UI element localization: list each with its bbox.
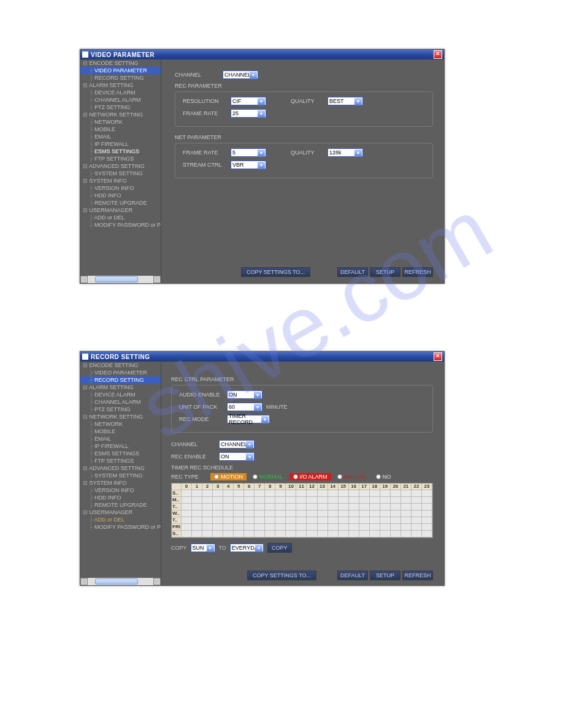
copy-settings-button[interactable]: COPY SETTINGS TO...	[247, 571, 316, 580]
tree-item[interactable]: RECORD SETTING	[80, 376, 161, 384]
schedule-cell[interactable]	[265, 497, 275, 504]
quality-select[interactable]: BEST▼	[327, 97, 363, 105]
scroll-right-icon[interactable]: ►	[153, 578, 161, 585]
tree-item[interactable]: ESMS SETTINGS	[80, 148, 161, 155]
schedule-cell[interactable]	[244, 517, 255, 524]
schedule-cell[interactable]	[380, 524, 391, 531]
schedule-cell[interactable]	[192, 510, 202, 517]
schedule-cell[interactable]	[339, 531, 349, 537]
schedule-cell[interactable]	[422, 517, 432, 524]
unit-pack-select[interactable]: 60▼	[227, 403, 262, 411]
schedule-cell[interactable]	[339, 510, 349, 517]
schedule-cell[interactable]	[401, 531, 412, 537]
schedule-cell[interactable]	[380, 510, 391, 517]
schedule-cell[interactable]	[234, 510, 244, 517]
schedule-cell[interactable]	[318, 497, 328, 504]
schedule-cell[interactable]	[328, 524, 339, 531]
tree-item[interactable]: ALARM SETTING	[80, 384, 161, 391]
tree-item[interactable]: VERSION INFO	[80, 487, 161, 494]
close-button[interactable]: ×	[434, 352, 442, 361]
schedule-cell[interactable]	[328, 510, 339, 517]
tree-item[interactable]: NETWORK SETTING	[80, 413, 161, 420]
default-button[interactable]: DEFAULT	[337, 267, 368, 277]
scroll-thumb[interactable]	[95, 578, 138, 585]
schedule-cell[interactable]	[275, 531, 286, 537]
schedule-cell[interactable]	[182, 531, 192, 537]
schedule-cell[interactable]	[265, 524, 275, 531]
schedule-cell[interactable]	[286, 524, 296, 531]
schedule-cell[interactable]	[349, 524, 359, 531]
schedule-cell[interactable]	[223, 510, 234, 517]
tree-item[interactable]: NETWORK SETTING	[80, 111, 161, 118]
schedule-cell[interactable]	[422, 510, 432, 517]
schedule-cell[interactable]	[349, 510, 359, 517]
schedule-grid[interactable]: 01234567891011121314151617181920212223S.…	[171, 483, 433, 538]
schedule-cell[interactable]	[202, 517, 213, 524]
schedule-cell[interactable]	[359, 531, 370, 537]
tree-item[interactable]: MOBILE	[80, 126, 161, 133]
tree-item[interactable]: CHANNEL ALARM	[80, 398, 161, 406]
tree-item[interactable]: SYSTEM SETTING	[80, 170, 161, 177]
tree-item[interactable]: NETWORK	[80, 420, 161, 428]
tree-item[interactable]: ADD or DEL	[80, 516, 161, 523]
schedule-cell[interactable]	[380, 504, 391, 510]
schedule-cell[interactable]	[391, 490, 401, 497]
schedule-cell[interactable]	[202, 497, 213, 504]
schedule-cell[interactable]	[255, 531, 265, 537]
schedule-cell[interactable]	[349, 504, 359, 510]
schedule-cell[interactable]	[192, 524, 202, 531]
schedule-cell[interactable]	[412, 524, 422, 531]
schedule-cell[interactable]	[234, 490, 244, 497]
schedule-cell[interactable]	[370, 517, 380, 524]
schedule-cell[interactable]	[296, 510, 307, 517]
tree-item[interactable]: NETWORK	[80, 118, 161, 126]
scroll-thumb[interactable]	[95, 276, 138, 282]
tree-item[interactable]: DEVICE ALARM	[80, 391, 161, 398]
schedule-cell[interactable]	[307, 510, 317, 517]
schedule-cell[interactable]	[380, 531, 391, 537]
schedule-cell[interactable]	[359, 504, 370, 510]
schedule-cell[interactable]	[422, 497, 432, 504]
schedule-cell[interactable]	[275, 517, 286, 524]
schedule-cell[interactable]	[359, 510, 370, 517]
refresh-button[interactable]: REFRESH	[402, 571, 433, 580]
schedule-cell[interactable]	[370, 490, 380, 497]
schedule-cell[interactable]	[255, 510, 265, 517]
schedule-cell[interactable]	[265, 504, 275, 510]
copy-settings-button[interactable]: COPY SETTINGS TO...	[241, 267, 310, 277]
tree-item[interactable]: EMAIL	[80, 435, 161, 442]
schedule-cell[interactable]	[213, 490, 223, 497]
schedule-cell[interactable]	[182, 524, 192, 531]
schedule-cell[interactable]	[223, 517, 234, 524]
schedule-cell[interactable]	[244, 497, 255, 504]
schedule-cell[interactable]	[307, 531, 317, 537]
tree-item[interactable]: FTP SETTINGS	[80, 155, 161, 162]
schedule-cell[interactable]	[275, 497, 286, 504]
tree-item[interactable]: VIDEO PARAMETER	[80, 369, 161, 376]
schedule-cell[interactable]	[234, 497, 244, 504]
schedule-cell[interactable]	[202, 510, 213, 517]
schedule-cell[interactable]	[255, 490, 265, 497]
schedule-cell[interactable]	[318, 490, 328, 497]
schedule-cell[interactable]	[223, 524, 234, 531]
schedule-cell[interactable]	[192, 490, 202, 497]
schedule-cell[interactable]	[234, 504, 244, 510]
schedule-cell[interactable]	[370, 510, 380, 517]
net-framerate-select[interactable]: 5▼	[231, 148, 266, 157]
rec-enable-select[interactable]: ON▼	[219, 452, 255, 461]
schedule-cell[interactable]	[286, 497, 296, 504]
schedule-cell[interactable]	[296, 490, 307, 497]
schedule-cell[interactable]	[192, 504, 202, 510]
tree-item[interactable]: HDD INFO	[80, 192, 161, 199]
copy-from-select[interactable]: SUN▼	[191, 544, 215, 552]
schedule-cell[interactable]	[255, 517, 265, 524]
schedule-cell[interactable]	[223, 497, 234, 504]
schedule-cell[interactable]	[244, 490, 255, 497]
tree-item[interactable]: IP FIREWALL	[80, 140, 161, 148]
schedule-cell[interactable]	[182, 497, 192, 504]
schedule-cell[interactable]	[234, 524, 244, 531]
schedule-cell[interactable]	[339, 490, 349, 497]
default-button[interactable]: DEFAULT	[337, 571, 368, 580]
schedule-cell[interactable]	[422, 524, 432, 531]
tree-item[interactable]: PTZ SETTING	[80, 406, 161, 413]
